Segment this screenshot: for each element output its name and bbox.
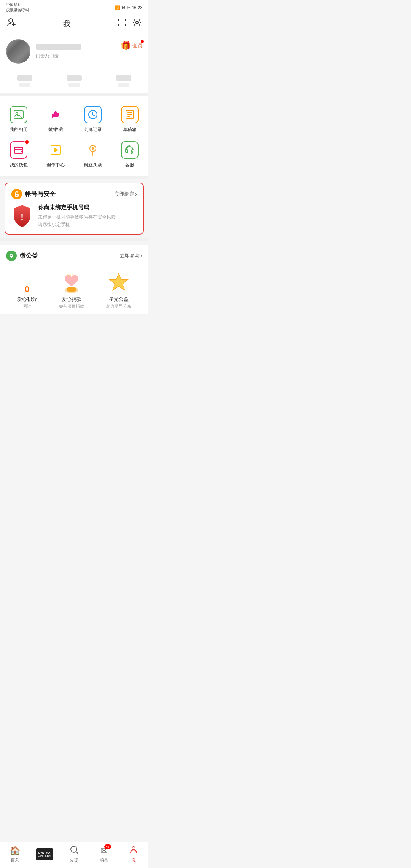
svg-rect-20 [14,149,23,150]
profile-id: 门齿乃门齿 [36,53,142,59]
drafts-label: 草稿箱 [123,126,137,133]
divider-1 [0,93,148,96]
participate-chevron: › [140,252,142,259]
menu-item-likes[interactable]: 赞/收藏 [37,102,75,137]
wallet-red-dot [25,140,29,144]
welfare-star-sub: 助力明星公益 [106,303,131,309]
menu-item-service[interactable]: 客服 [112,137,149,173]
shield-icon: ! [11,204,33,228]
vip-label: 会员 [132,42,142,49]
svg-rect-18 [127,116,130,117]
vip-badge[interactable]: 🎁 会员 [121,41,142,51]
bind-link-text: 立即绑定 [115,191,134,198]
stats-row [0,70,148,93]
welfare-item-donate[interactable]: 爱心捐款 参与项目捐款 [59,270,84,309]
svg-rect-19 [14,147,23,153]
security-header: 帐号与安全 立即绑定 › [11,189,137,199]
welfare-title: 微公益 [20,252,38,260]
svg-text:!: ! [21,212,24,222]
security-body: ! 你尚未绑定手机号码 未绑定手机可能导致帐号存在安全风险 请尽快绑定手机 [11,204,137,228]
service-icon [121,141,139,159]
bind-chevron: › [135,191,137,198]
status-right: 📶 59% 16:23 [115,5,142,10]
security-main-text: 你尚未绑定手机号码 [38,204,116,211]
svg-rect-10 [125,24,126,26]
svg-point-25 [92,147,94,150]
history-label: 浏览记录 [84,126,102,133]
battery-level: 59% [122,5,130,10]
svg-rect-12 [14,111,23,118]
menu-item-fans[interactable]: 粉丝头条 [74,137,112,173]
security-title: 帐号与安全 [25,190,56,198]
welfare-points-sub: 累计 [17,303,37,309]
carrier-mode: 仅限紧急呼叫 [6,8,29,13]
page-title: 我 [63,19,71,29]
welfare-points-value: 0 [17,284,37,294]
stat-label-3 [118,83,129,87]
welfare-header: 微公益 立即参与 › [6,251,142,261]
security-card: 帐号与安全 立即绑定 › ! [5,183,144,235]
menu-item-wallet[interactable]: 我的钱包 [0,137,37,173]
svg-rect-30 [67,287,76,292]
likes-icon [47,106,64,123]
signal-icon: 📶 [115,5,120,10]
vip-icon: 🎁 [121,41,131,51]
welfare-star-label: 星光公益 [106,296,131,303]
stat-value-2 [67,75,82,81]
security-sub-text-1: 未绑定手机可能导致帐号存在安全风险 [38,214,116,221]
menu-grid: 我的相册 赞/收藏 浏览记录 [0,96,148,176]
avatar[interactable] [6,39,30,64]
menu-item-album[interactable]: 我的相册 [0,102,37,137]
svg-point-13 [16,113,18,115]
svg-rect-6 [125,19,126,21]
creator-label: 创作中心 [46,162,65,168]
status-bar: 中国移动 仅限紧急呼叫 📶 59% 16:23 [0,0,148,14]
donate-icon [59,270,84,295]
stat-item-2[interactable] [67,75,82,87]
profile-section: 门齿乃门齿 🎁 会员 [0,33,148,70]
service-label: 客服 [125,162,134,168]
participate-link[interactable]: 立即参与 › [120,252,142,259]
wallet-icon [10,141,27,159]
stat-label-2 [68,83,80,87]
menu-item-history[interactable]: 浏览记录 [74,102,112,137]
stat-item-3[interactable] [116,75,131,87]
menu-item-creator[interactable]: 创作中心 [37,137,75,173]
clock: 16:23 [132,5,142,10]
lock-icon [11,189,22,199]
svg-rect-4 [118,19,119,21]
menu-item-drafts[interactable]: 草稿箱 [112,102,149,137]
welfare-points-label: 爱心积分 [17,296,37,303]
star-icon [107,270,131,295]
svg-rect-8 [118,24,119,26]
svg-marker-23 [54,148,59,152]
stat-item-1[interactable] [17,75,32,87]
stat-value-3 [116,75,131,81]
bind-link[interactable]: 立即绑定 › [115,191,137,198]
drafts-icon [121,106,139,123]
security-sub-text-2: 请尽快绑定手机 [38,221,116,228]
album-label: 我的相册 [10,126,28,133]
settings-button[interactable] [132,18,142,29]
welfare-item-star[interactable]: 星光公益 助力明星公益 [106,270,131,309]
likes-label: 赞/收藏 [48,126,63,133]
album-icon [10,106,27,123]
svg-point-27 [16,195,18,196]
svg-point-21 [21,151,22,152]
creator-icon [47,141,64,159]
scan-button[interactable] [117,18,126,29]
welfare-item-points[interactable]: 0 爱心积分 累计 [17,284,37,309]
divider-3 [0,238,148,241]
stat-value-1 [17,75,32,81]
security-text: 你尚未绑定手机号码 未绑定手机可能导致帐号存在安全风险 请尽快绑定手机 [38,204,116,228]
carrier-name: 中国移动 [6,2,29,8]
welfare-donate-label: 爱心捐款 [59,296,84,303]
welfare-section: 微公益 立即参与 › 0 爱心积分 累计 [0,245,148,314]
security-title-row: 帐号与安全 [11,189,56,199]
add-friend-button[interactable] [7,18,17,30]
profile-name-blur [36,44,81,50]
divider-2 [0,176,148,179]
svg-rect-17 [127,114,132,115]
carrier-info: 中国移动 仅限紧急呼叫 [6,2,29,13]
participate-text: 立即参与 [120,252,140,259]
